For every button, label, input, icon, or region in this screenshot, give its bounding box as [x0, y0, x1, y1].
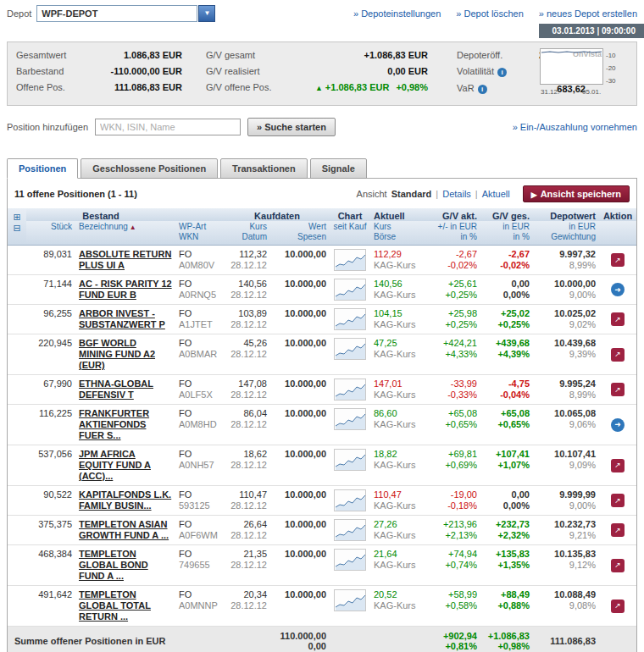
position-kaufwert: 10.000,00 [274, 308, 326, 319]
search-start-button[interactable]: » Suche starten [247, 118, 336, 136]
column-depotwert-sub[interactable]: in EURGewichtung [533, 221, 599, 246]
position-depotwert: 10.135,83 [536, 549, 596, 560]
position-name-link[interactable]: FRANKFURTER AKTIENFONDS FUER S... [79, 408, 172, 441]
tab-positionen[interactable]: Positionen [7, 158, 78, 179]
tab-transaktionen[interactable]: Transaktionen [220, 158, 308, 179]
sum-kaufwert: 110.000,000,00 [270, 627, 330, 652]
collapse-all-icon[interactable]: ⊟ [12, 223, 23, 233]
position-boerse: KAG-Kurs [374, 319, 425, 330]
position-kaufwert: 10.000,00 [274, 279, 326, 290]
depot-summary-panel: Gesamtwert1.086,83 EUR Barbestand-110.00… [7, 41, 637, 106]
position-sparkline[interactable] [330, 275, 370, 305]
depot-select[interactable]: WPF-DEPOT ▼ [36, 5, 215, 22]
position-sparkline[interactable] [330, 334, 370, 375]
position-sparkline[interactable] [330, 516, 370, 545]
position-kaufdatum: 28.12.12 [228, 460, 267, 471]
tab-geschlossene-positionen[interactable]: Geschlossene Positionen [80, 158, 218, 179]
column-group-depotwert: Depotwert [533, 208, 599, 221]
action-maximize-icon[interactable]: ↗ [611, 312, 625, 326]
position-depotwert: 9.999,99 [536, 489, 596, 500]
depoteinstellungen-link[interactable]: » Depoteinstellungen [353, 8, 441, 19]
position-stueck: 537,056 [26, 445, 75, 486]
position-gv-akt-pct: -0,02% [431, 260, 477, 271]
depot-loeschen-link[interactable]: » Depot löschen [456, 8, 524, 19]
position-name-link[interactable]: ARBOR INVEST - SUBSTANZWERT P [79, 308, 172, 330]
column-wp-art-wkn[interactable]: WP-ArtWKN [175, 221, 225, 246]
gv-offene-label: G/V offene Pos. [206, 82, 271, 92]
position-name-link[interactable]: BGF WORLD MINING FUND A2 (EUR) [79, 338, 172, 371]
position-name-link[interactable]: TEMPLETON GLOBAL BOND FUND A ... [79, 549, 172, 582]
action-order-icon[interactable]: ➜ [611, 283, 625, 296]
column-group-gv-akt: G/V akt. [428, 208, 480, 221]
neues-depot-link[interactable]: » neues Depot erstellen [539, 8, 637, 19]
info-icon[interactable]: i [478, 85, 487, 94]
action-maximize-icon[interactable]: ↗ [611, 600, 625, 613]
position-sparkline[interactable] [330, 445, 370, 486]
position-gv-ges-eur: -4,75 [484, 378, 530, 390]
position-name-link[interactable]: KAPITALFONDS L.K. FAMILY BUSIN... [79, 489, 172, 511]
view-aktuell-link[interactable]: Aktuell [482, 189, 510, 199]
einauszahlung-link-top[interactable]: » Ein-/Auszahlung vornehmen [513, 122, 637, 132]
position-gv-ges-pct: +0,88% [484, 600, 530, 611]
tab-signale[interactable]: Signale [310, 158, 367, 179]
position-current-price: 104,15 [374, 308, 425, 319]
position-name-link[interactable]: ETHNA-GLOBAL DEFENSIV T [79, 378, 172, 401]
position-name-link[interactable]: JPM AFRICA EQUITY FUND A (ACC)... [79, 449, 172, 482]
up-arrow-icon: ▲ [315, 84, 323, 92]
position-sparkline[interactable] [330, 246, 370, 275]
position-gv-akt-pct: +0,25% [431, 290, 477, 301]
position-name-link[interactable]: TEMPLETON ASIAN GROWTH FUND A ... [79, 519, 172, 541]
column-stueck[interactable]: Stück [26, 221, 75, 246]
column-gv-akt-sub[interactable]: +/- in EURin % [428, 221, 480, 246]
position-gewichtung: 9,08% [536, 600, 596, 611]
column-kurs-boerse[interactable]: KursBörse [370, 221, 428, 246]
action-maximize-icon[interactable]: ↗ [611, 253, 625, 267]
action-maximize-icon[interactable]: ↗ [611, 348, 625, 362]
chevron-down-icon[interactable]: ▼ [198, 5, 215, 22]
action-maximize-icon[interactable]: ↗ [611, 523, 625, 537]
position-kaufkurs: 110,47 [228, 489, 267, 500]
position-stueck: 71,144 [26, 275, 75, 305]
position-kaufkurs: 147,08 [228, 378, 267, 390]
info-icon[interactable]: i [497, 68, 507, 77]
position-sparkline[interactable] [330, 586, 370, 627]
position-gv-ges-eur: +25,02 [484, 308, 530, 319]
depot-select-value[interactable]: WPF-DEPOT [36, 5, 197, 22]
action-order-icon[interactable]: ➜ [611, 418, 625, 432]
column-wert-spesen[interactable]: WertSpesen [270, 221, 330, 246]
var-label: VaRi [457, 83, 487, 94]
position-gv-akt-eur: -19,00 [431, 489, 477, 500]
view-standard[interactable]: Standard [391, 189, 432, 199]
column-gv-ges-sub[interactable]: in EURin % [480, 221, 533, 246]
position-stueck: 116,225 [26, 405, 75, 445]
position-kaufdatum: 28.12.12 [228, 349, 267, 360]
position-sparkline[interactable] [330, 305, 370, 334]
search-input[interactable] [95, 119, 241, 135]
position-boerse: KAG-Kurs [374, 560, 425, 571]
position-gv-ges-pct: 0,00% [484, 290, 530, 301]
action-maximize-icon[interactable]: ↗ [611, 383, 625, 396]
position-kaufwert: 10.000,00 [274, 449, 326, 460]
position-name-link[interactable]: AC - RISK PARITY 12 FUND EUR B [79, 279, 172, 301]
position-gewichtung: 9,09% [536, 460, 596, 471]
action-maximize-icon[interactable]: ↗ [611, 494, 625, 507]
depot-mini-chart[interactable]: OnVista -10 -20 -30 31.12. 05.01. [540, 47, 630, 102]
sum-gv-ges: +1.086,83+0,98% [480, 627, 533, 652]
position-sparkline[interactable] [330, 486, 370, 516]
sum-depotwert: 111.086,83 [533, 627, 599, 652]
position-wkn: A0F6WM [179, 530, 221, 541]
position-name-link[interactable]: TEMPLETON GLOBAL TOTAL RETURN ... [79, 589, 172, 622]
position-name-link[interactable]: ABSOLUTE RETURN PLUS UI A [79, 249, 172, 271]
expand-all-icon[interactable]: ⊞ [12, 212, 23, 222]
column-kurs-datum[interactable]: KursDatum [225, 221, 270, 246]
position-sparkline[interactable] [330, 405, 370, 445]
action-maximize-icon[interactable]: ↗ [611, 559, 625, 572]
view-details-link[interactable]: Details [442, 189, 471, 199]
position-sparkline[interactable] [330, 545, 370, 586]
save-view-button[interactable]: ▶Ansicht speichern [523, 185, 630, 202]
action-maximize-icon[interactable]: ↗ [611, 459, 625, 472]
column-seit-kauf: seit Kauf [330, 221, 370, 246]
position-sparkline[interactable] [330, 375, 370, 405]
add-position-row: Position hinzufügen » Suche starten » Ei… [0, 106, 644, 143]
column-bezeichnung[interactable]: Bezeichnung▲ [75, 221, 175, 246]
